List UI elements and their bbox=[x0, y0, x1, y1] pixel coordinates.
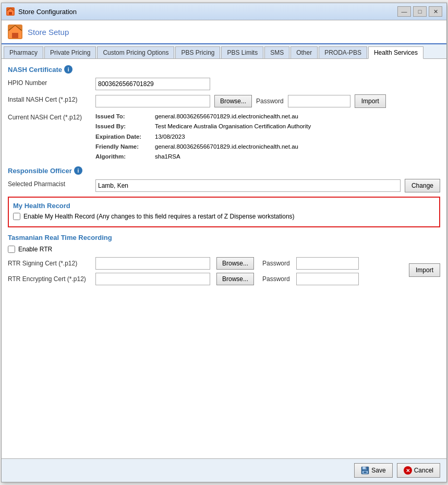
pharmacist-group: Change bbox=[95, 179, 440, 192]
rtr-signing-label: RTR Signing Cert (*.p12) bbox=[8, 260, 91, 267]
tab-custom-pricing[interactable]: Custom Pricing Options bbox=[97, 46, 174, 58]
install-cert-label: Install NASH Cert (*.p12) bbox=[8, 94, 91, 103]
pharmacist-row: Selected Pharmacist Change bbox=[8, 179, 440, 192]
pharmacist-label: Selected Pharmacist bbox=[8, 179, 91, 188]
title-text: Store Configuration bbox=[18, 8, 77, 16]
responsible-officer-title: Responsible Officer i bbox=[8, 166, 440, 175]
tasmanian-title: Tasmanian Real Time Recording bbox=[8, 234, 440, 241]
hpio-input[interactable] bbox=[95, 78, 210, 90]
current-cert-row: Current NASH Cert (*.p12) Issued To: gen… bbox=[8, 112, 440, 161]
close-button[interactable]: ✕ bbox=[429, 6, 442, 17]
rtr-signing-browse-button[interactable]: Browse... bbox=[216, 257, 254, 270]
store-setup-label: Store Setup bbox=[28, 28, 69, 37]
tab-private-pricing[interactable]: Private Pricing bbox=[44, 46, 96, 58]
rtr-certs-fields: RTR Signing Cert (*.p12) Browse... Passw… bbox=[8, 257, 405, 285]
nash-certificate-title: NASH Certificate i bbox=[8, 65, 440, 74]
tab-other[interactable]: Other bbox=[290, 46, 318, 58]
title-bar: Store Configuration — □ ✕ bbox=[2, 3, 446, 20]
tab-pbs-limits[interactable]: PBS Limits bbox=[221, 46, 263, 58]
rtr-encrypting-password-input[interactable] bbox=[296, 273, 359, 285]
cert-expiration-value: 13/08/2023 bbox=[155, 132, 185, 141]
rtr-signing-row: RTR Signing Cert (*.p12) Browse... Passw… bbox=[8, 257, 405, 270]
rtr-import-button[interactable]: Import bbox=[409, 263, 440, 277]
current-cert-label: Current NASH Cert (*.p12) bbox=[8, 112, 91, 121]
tab-sms[interactable]: SMS bbox=[264, 46, 289, 58]
enable-mhr-label: Enable My Health Record (Any changes to … bbox=[23, 213, 295, 220]
rtr-encrypting-browse-button[interactable]: Browse... bbox=[216, 273, 254, 285]
install-cert-browse-button[interactable]: Browse... bbox=[214, 95, 252, 107]
nash-info-icon[interactable]: i bbox=[64, 65, 72, 74]
maximize-button[interactable]: □ bbox=[413, 6, 427, 17]
save-label: Save bbox=[371, 467, 385, 474]
title-controls: — □ ✕ bbox=[397, 6, 442, 17]
my-health-record-title: My Health Record bbox=[13, 202, 435, 210]
hpio-control bbox=[95, 78, 440, 90]
cert-issued-to-label: Issued To: bbox=[95, 112, 153, 121]
cert-friendly-row: Friendly Name: general.8003626566701829.… bbox=[95, 142, 440, 151]
pharmacist-input[interactable] bbox=[95, 179, 401, 192]
install-cert-import-button[interactable]: Import bbox=[355, 94, 386, 108]
cert-friendly-label: Friendly Name: bbox=[95, 142, 153, 151]
responsible-officer-info-icon[interactable]: i bbox=[74, 166, 82, 175]
cert-algorithm-label: Algorithm: bbox=[95, 152, 153, 161]
rtr-encrypting-row: RTR Encrypting Cert (*.p12) Browse... Pa… bbox=[8, 273, 405, 285]
tab-proda-pbs[interactable]: PRODA-PBS bbox=[319, 46, 367, 58]
install-cert-row: Install NASH Cert (*.p12) Browse... Pass… bbox=[8, 94, 440, 108]
cancel-icon: ✕ bbox=[404, 466, 412, 475]
cancel-label: Cancel bbox=[414, 467, 433, 474]
cert-friendly-value: general.8003626566701829.id.electroniche… bbox=[155, 142, 298, 151]
cancel-button[interactable]: ✕ Cancel bbox=[397, 463, 440, 478]
enable-mhr-checkbox[interactable] bbox=[13, 213, 20, 220]
pharmacist-control: Change bbox=[95, 179, 440, 192]
my-health-record-box: My Health Record Enable My Health Record… bbox=[8, 197, 440, 227]
rtr-signing-password-label: Password bbox=[262, 260, 290, 267]
svg-rect-6 bbox=[12, 33, 18, 38]
tab-pharmacy[interactable]: Pharmacy bbox=[4, 46, 43, 58]
content-area: NASH Certificate i HPIO Number Install N… bbox=[2, 59, 446, 458]
tab-health-services[interactable]: Health Services bbox=[368, 46, 423, 59]
enable-mhr-row: Enable My Health Record (Any changes to … bbox=[13, 213, 435, 220]
enable-rtr-row: Enable RTR bbox=[8, 246, 440, 253]
hpio-row: HPIO Number bbox=[8, 78, 440, 90]
current-cert-control: Issued To: general.8003626566701829.id.e… bbox=[95, 112, 440, 161]
minimize-button[interactable]: — bbox=[397, 6, 411, 17]
cert-expiration-label: Expiration Date: bbox=[95, 132, 153, 141]
rtr-signing-input[interactable] bbox=[95, 257, 210, 270]
cert-issued-by-label: Issued By: bbox=[95, 122, 153, 131]
hpio-label: HPIO Number bbox=[8, 78, 91, 87]
save-button[interactable]: Save bbox=[354, 463, 392, 478]
store-setup-icon bbox=[7, 23, 23, 40]
rtr-encrypting-label: RTR Encrypting Cert (*.p12) bbox=[8, 275, 91, 283]
cert-detail-block: Issued To: general.8003626566701829.id.e… bbox=[95, 112, 440, 161]
install-cert-password-input[interactable] bbox=[288, 95, 350, 107]
tabs-bar: Pharmacy Private Pricing Custom Pricing … bbox=[2, 44, 446, 59]
change-pharmacist-button[interactable]: Change bbox=[405, 179, 440, 192]
cert-algorithm-row: Algorithm: sha1RSA bbox=[95, 152, 440, 161]
tasmanian-section: Tasmanian Real Time Recording Enable RTR… bbox=[8, 234, 440, 285]
store-setup-bar: Store Setup bbox=[2, 20, 446, 44]
bottom-bar: Save ✕ Cancel bbox=[2, 458, 446, 482]
cert-issued-to-value: general.8003626566701829.id.electroniche… bbox=[155, 112, 298, 121]
install-cert-group: Browse... Password Import bbox=[95, 94, 440, 108]
install-cert-input[interactable] bbox=[95, 95, 210, 107]
app-icon bbox=[6, 7, 15, 16]
cert-issued-by-row: Issued By: Test Medicare Australia Organ… bbox=[95, 122, 440, 131]
rtr-signing-password-input[interactable] bbox=[296, 257, 359, 270]
cert-issued-by-value: Test Medicare Australia Organisation Cer… bbox=[155, 122, 311, 131]
window: Store Configuration — □ ✕ Store Setup Ph… bbox=[1, 3, 447, 482]
install-cert-control: Browse... Password Import bbox=[95, 94, 440, 108]
install-cert-password-label: Password bbox=[256, 98, 284, 105]
tab-pbs-pricing[interactable]: PBS Pricing bbox=[175, 46, 220, 58]
svg-rect-2 bbox=[9, 12, 12, 15]
cert-expiration-row: Expiration Date: 13/08/2023 bbox=[95, 132, 440, 141]
rtr-certs-container: RTR Signing Cert (*.p12) Browse... Passw… bbox=[8, 257, 440, 285]
rtr-encrypting-input[interactable] bbox=[95, 273, 210, 285]
title-bar-left: Store Configuration bbox=[6, 7, 77, 16]
save-icon bbox=[361, 466, 369, 475]
cert-issued-to-row: Issued To: general.8003626566701829.id.e… bbox=[95, 112, 440, 121]
enable-rtr-checkbox[interactable] bbox=[8, 246, 15, 253]
enable-rtr-label: Enable RTR bbox=[18, 246, 52, 253]
rtr-encrypting-password-label: Password bbox=[262, 275, 290, 283]
cert-algorithm-value: sha1RSA bbox=[155, 152, 180, 161]
svg-rect-10 bbox=[366, 467, 367, 469]
